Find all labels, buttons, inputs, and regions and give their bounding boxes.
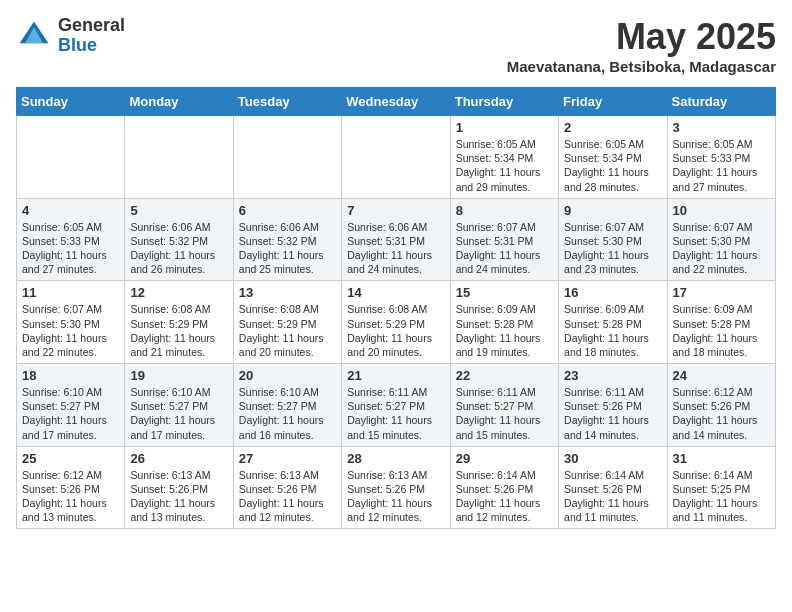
cell-content: Sunrise: 6:09 AM Sunset: 5:28 PM Dayligh…	[564, 302, 661, 359]
week-row-3: 11Sunrise: 6:07 AM Sunset: 5:30 PM Dayli…	[17, 281, 776, 364]
cell-content: Sunrise: 6:07 AM Sunset: 5:30 PM Dayligh…	[673, 220, 770, 277]
cell-content: Sunrise: 6:07 AM Sunset: 5:30 PM Dayligh…	[564, 220, 661, 277]
day-cell: 26Sunrise: 6:13 AM Sunset: 5:26 PM Dayli…	[125, 446, 233, 529]
day-number: 5	[130, 203, 227, 218]
calendar-body: 1Sunrise: 6:05 AM Sunset: 5:34 PM Daylig…	[17, 116, 776, 529]
cell-content: Sunrise: 6:05 AM Sunset: 5:33 PM Dayligh…	[22, 220, 119, 277]
day-cell: 1Sunrise: 6:05 AM Sunset: 5:34 PM Daylig…	[450, 116, 558, 199]
day-cell: 24Sunrise: 6:12 AM Sunset: 5:26 PM Dayli…	[667, 364, 775, 447]
day-number: 14	[347, 285, 444, 300]
cell-content: Sunrise: 6:10 AM Sunset: 5:27 PM Dayligh…	[130, 385, 227, 442]
day-cell: 8Sunrise: 6:07 AM Sunset: 5:31 PM Daylig…	[450, 198, 558, 281]
title-area: May 2025 Maevatanana, Betsiboka, Madagas…	[507, 16, 776, 75]
day-cell: 20Sunrise: 6:10 AM Sunset: 5:27 PM Dayli…	[233, 364, 341, 447]
day-cell: 18Sunrise: 6:10 AM Sunset: 5:27 PM Dayli…	[17, 364, 125, 447]
header: General Blue May 2025 Maevatanana, Betsi…	[16, 16, 776, 75]
header-cell-sunday: Sunday	[17, 88, 125, 116]
day-number: 8	[456, 203, 553, 218]
cell-content: Sunrise: 6:09 AM Sunset: 5:28 PM Dayligh…	[673, 302, 770, 359]
day-cell: 30Sunrise: 6:14 AM Sunset: 5:26 PM Dayli…	[559, 446, 667, 529]
cell-content: Sunrise: 6:13 AM Sunset: 5:26 PM Dayligh…	[239, 468, 336, 525]
header-cell-wednesday: Wednesday	[342, 88, 450, 116]
day-number: 20	[239, 368, 336, 383]
cell-content: Sunrise: 6:05 AM Sunset: 5:33 PM Dayligh…	[673, 137, 770, 194]
calendar-table: SundayMondayTuesdayWednesdayThursdayFrid…	[16, 87, 776, 529]
week-row-1: 1Sunrise: 6:05 AM Sunset: 5:34 PM Daylig…	[17, 116, 776, 199]
cell-content: Sunrise: 6:05 AM Sunset: 5:34 PM Dayligh…	[564, 137, 661, 194]
cell-content: Sunrise: 6:06 AM Sunset: 5:31 PM Dayligh…	[347, 220, 444, 277]
header-cell-thursday: Thursday	[450, 88, 558, 116]
cell-content: Sunrise: 6:12 AM Sunset: 5:26 PM Dayligh…	[22, 468, 119, 525]
week-row-4: 18Sunrise: 6:10 AM Sunset: 5:27 PM Dayli…	[17, 364, 776, 447]
logo-icon	[16, 18, 52, 54]
logo-text: General Blue	[58, 16, 125, 56]
day-number: 31	[673, 451, 770, 466]
day-number: 28	[347, 451, 444, 466]
main-title: May 2025	[507, 16, 776, 58]
day-number: 25	[22, 451, 119, 466]
day-cell	[17, 116, 125, 199]
cell-content: Sunrise: 6:11 AM Sunset: 5:26 PM Dayligh…	[564, 385, 661, 442]
day-number: 1	[456, 120, 553, 135]
day-cell: 13Sunrise: 6:08 AM Sunset: 5:29 PM Dayli…	[233, 281, 341, 364]
day-cell	[342, 116, 450, 199]
cell-content: Sunrise: 6:12 AM Sunset: 5:26 PM Dayligh…	[673, 385, 770, 442]
header-cell-friday: Friday	[559, 88, 667, 116]
day-number: 15	[456, 285, 553, 300]
day-number: 26	[130, 451, 227, 466]
day-number: 13	[239, 285, 336, 300]
day-number: 22	[456, 368, 553, 383]
day-cell	[125, 116, 233, 199]
day-cell	[233, 116, 341, 199]
day-cell: 4Sunrise: 6:05 AM Sunset: 5:33 PM Daylig…	[17, 198, 125, 281]
day-cell: 31Sunrise: 6:14 AM Sunset: 5:25 PM Dayli…	[667, 446, 775, 529]
cell-content: Sunrise: 6:10 AM Sunset: 5:27 PM Dayligh…	[22, 385, 119, 442]
day-cell: 7Sunrise: 6:06 AM Sunset: 5:31 PM Daylig…	[342, 198, 450, 281]
day-cell: 15Sunrise: 6:09 AM Sunset: 5:28 PM Dayli…	[450, 281, 558, 364]
day-cell: 2Sunrise: 6:05 AM Sunset: 5:34 PM Daylig…	[559, 116, 667, 199]
day-cell: 12Sunrise: 6:08 AM Sunset: 5:29 PM Dayli…	[125, 281, 233, 364]
logo-blue: Blue	[58, 36, 125, 56]
day-number: 10	[673, 203, 770, 218]
calendar-header: SundayMondayTuesdayWednesdayThursdayFrid…	[17, 88, 776, 116]
cell-content: Sunrise: 6:06 AM Sunset: 5:32 PM Dayligh…	[130, 220, 227, 277]
day-cell: 27Sunrise: 6:13 AM Sunset: 5:26 PM Dayli…	[233, 446, 341, 529]
cell-content: Sunrise: 6:14 AM Sunset: 5:26 PM Dayligh…	[456, 468, 553, 525]
header-cell-saturday: Saturday	[667, 88, 775, 116]
cell-content: Sunrise: 6:05 AM Sunset: 5:34 PM Dayligh…	[456, 137, 553, 194]
day-number: 30	[564, 451, 661, 466]
day-number: 19	[130, 368, 227, 383]
cell-content: Sunrise: 6:07 AM Sunset: 5:31 PM Dayligh…	[456, 220, 553, 277]
week-row-5: 25Sunrise: 6:12 AM Sunset: 5:26 PM Dayli…	[17, 446, 776, 529]
day-number: 12	[130, 285, 227, 300]
day-number: 7	[347, 203, 444, 218]
day-number: 24	[673, 368, 770, 383]
day-cell: 16Sunrise: 6:09 AM Sunset: 5:28 PM Dayli…	[559, 281, 667, 364]
cell-content: Sunrise: 6:14 AM Sunset: 5:25 PM Dayligh…	[673, 468, 770, 525]
cell-content: Sunrise: 6:08 AM Sunset: 5:29 PM Dayligh…	[239, 302, 336, 359]
cell-content: Sunrise: 6:11 AM Sunset: 5:27 PM Dayligh…	[456, 385, 553, 442]
day-cell: 17Sunrise: 6:09 AM Sunset: 5:28 PM Dayli…	[667, 281, 775, 364]
header-cell-monday: Monday	[125, 88, 233, 116]
cell-content: Sunrise: 6:08 AM Sunset: 5:29 PM Dayligh…	[347, 302, 444, 359]
day-number: 3	[673, 120, 770, 135]
day-number: 11	[22, 285, 119, 300]
day-cell: 23Sunrise: 6:11 AM Sunset: 5:26 PM Dayli…	[559, 364, 667, 447]
day-cell: 9Sunrise: 6:07 AM Sunset: 5:30 PM Daylig…	[559, 198, 667, 281]
day-cell: 29Sunrise: 6:14 AM Sunset: 5:26 PM Dayli…	[450, 446, 558, 529]
cell-content: Sunrise: 6:10 AM Sunset: 5:27 PM Dayligh…	[239, 385, 336, 442]
day-number: 9	[564, 203, 661, 218]
day-number: 29	[456, 451, 553, 466]
day-cell: 10Sunrise: 6:07 AM Sunset: 5:30 PM Dayli…	[667, 198, 775, 281]
day-cell: 25Sunrise: 6:12 AM Sunset: 5:26 PM Dayli…	[17, 446, 125, 529]
day-cell: 6Sunrise: 6:06 AM Sunset: 5:32 PM Daylig…	[233, 198, 341, 281]
day-number: 6	[239, 203, 336, 218]
day-cell: 11Sunrise: 6:07 AM Sunset: 5:30 PM Dayli…	[17, 281, 125, 364]
day-cell: 28Sunrise: 6:13 AM Sunset: 5:26 PM Dayli…	[342, 446, 450, 529]
day-number: 16	[564, 285, 661, 300]
day-number: 21	[347, 368, 444, 383]
day-number: 17	[673, 285, 770, 300]
logo-general: General	[58, 16, 125, 36]
subtitle: Maevatanana, Betsiboka, Madagascar	[507, 58, 776, 75]
day-number: 23	[564, 368, 661, 383]
